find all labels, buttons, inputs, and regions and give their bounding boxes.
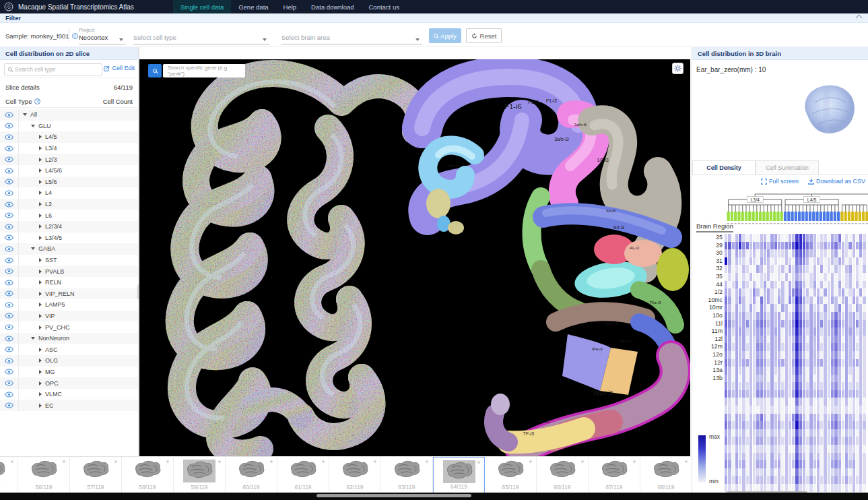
cell-density-heatmap[interactable]: 252930313235441/210mc10mr10o11l11m12l12m… <box>692 234 868 492</box>
tree-item-all[interactable]: All <box>19 109 138 121</box>
slice-thumbnail-55-119[interactable]: 55/119 <box>0 457 18 493</box>
nav-item-help[interactable]: Help <box>276 0 304 13</box>
caret-down-icon[interactable] <box>31 247 35 250</box>
visibility-toggle[interactable] <box>0 367 19 378</box>
tree-item-l4-5-6[interactable]: L4/5/6 <box>19 165 138 177</box>
project-select[interactable]: Project Neocortex <box>79 27 126 44</box>
help-icon[interactable]: ? <box>34 98 40 104</box>
tree-item-l3-4[interactable]: L3/4 <box>19 143 138 154</box>
nav-item-gene-data[interactable]: Gene data <box>231 0 275 13</box>
caret-right-icon[interactable] <box>39 236 42 240</box>
tree-item-mg[interactable]: MG <box>19 367 138 378</box>
caret-right-icon[interactable] <box>39 381 42 385</box>
brain-area-select[interactable]: Select brain area <box>281 27 422 44</box>
tree-item-pvalb[interactable]: PVALB <box>19 265 138 277</box>
caret-down-icon[interactable] <box>23 113 27 116</box>
visibility-toggle[interactable] <box>0 177 19 188</box>
tree-item-l3-4-5[interactable]: L3/4/5 <box>19 232 138 244</box>
slice-thumbnail-65-119[interactable]: 65/119 <box>485 457 537 493</box>
caret-down-icon[interactable] <box>31 337 35 340</box>
slice-thumbnail-56-119[interactable]: 56/119 <box>18 457 70 493</box>
caret-right-icon[interactable] <box>39 292 42 296</box>
visibility-toggle[interactable] <box>0 299 19 311</box>
caret-right-icon[interactable] <box>39 325 42 330</box>
tree-item-olg[interactable]: OLG <box>19 355 138 367</box>
caret-right-icon[interactable] <box>39 404 42 408</box>
caret-right-icon[interactable] <box>39 258 42 262</box>
tree-item-nonneuron[interactable]: NonNeuron <box>19 333 138 344</box>
tree-item-glu[interactable]: GLU <box>19 121 138 132</box>
download-csv-button[interactable]: Download as CSV <box>808 178 865 185</box>
collapse-chevron-icon[interactable] <box>856 15 863 22</box>
cell-edit-button[interactable]: Cell Edit <box>104 65 135 71</box>
visibility-toggle[interactable] <box>0 143 19 154</box>
nav-item-data-download[interactable]: Data download <box>304 0 361 13</box>
canvas-settings-button[interactable] <box>672 63 683 74</box>
slice-canvas[interactable]: Search specific gene (e.g. "penk") <box>139 59 690 456</box>
slice-thumbnail-58-119[interactable]: 58/119 <box>122 457 174 493</box>
reset-button[interactable]: Reset <box>466 28 502 43</box>
visibility-toggle[interactable] <box>0 321 19 333</box>
tree-item-lamp5[interactable]: LAMP5 <box>19 299 138 311</box>
tree-item-opc[interactable]: OPC <box>19 377 138 389</box>
caret-right-icon[interactable] <box>39 270 42 274</box>
tree-item-reln[interactable]: RELN <box>19 277 138 288</box>
caret-right-icon[interactable] <box>39 358 42 363</box>
visibility-toggle[interactable] <box>0 288 19 300</box>
tree-item-ec[interactable]: EC <box>19 400 138 411</box>
caret-right-icon[interactable] <box>39 392 42 396</box>
caret-right-icon[interactable] <box>39 224 42 228</box>
gene-search-button[interactable] <box>148 64 162 77</box>
caret-right-icon[interactable] <box>39 158 42 162</box>
caret-right-icon[interactable] <box>39 348 42 352</box>
tab-cell-summation[interactable]: Cell Summation <box>756 160 819 175</box>
tree-item-l2[interactable]: L2 <box>19 199 138 210</box>
visibility-toggle[interactable] <box>0 265 19 277</box>
cell-type-search-input[interactable]: Search cell type <box>4 63 102 75</box>
tab-cell-density[interactable]: Cell Density <box>692 160 756 175</box>
slice-thumbnail-59-119[interactable]: 59/119 <box>174 457 226 493</box>
visibility-toggle[interactable] <box>0 311 19 322</box>
slice-thumbnail-61-119[interactable]: 61/119 <box>277 457 329 493</box>
caret-right-icon[interactable] <box>39 314 42 318</box>
caret-right-icon[interactable] <box>39 168 42 173</box>
nav-item-single-cell-data[interactable]: Single cell data <box>173 0 231 13</box>
visibility-toggle[interactable] <box>0 199 19 210</box>
tree-item-vip[interactable]: VIP <box>19 311 138 322</box>
gene-search-input[interactable]: Search specific gene (e.g. "penk") <box>163 64 245 77</box>
caret-right-icon[interactable] <box>39 135 42 139</box>
visibility-toggle[interactable] <box>0 355 19 367</box>
caret-right-icon[interactable] <box>39 146 42 150</box>
tree-item-l2-3-4[interactable]: L2/3/4 <box>19 221 138 232</box>
brain-3d-preview[interactable] <box>795 77 860 150</box>
apply-button[interactable]: Apply <box>429 28 461 43</box>
visibility-toggle[interactable] <box>0 131 19 143</box>
caret-right-icon[interactable] <box>39 180 42 184</box>
caret-down-icon[interactable] <box>31 125 35 127</box>
slice-thumbnail-64-119[interactable]: 64/119 <box>433 457 485 493</box>
visibility-toggle[interactable] <box>0 389 19 400</box>
caret-right-icon[interactable] <box>39 191 42 195</box>
slice-thumbnail-66-119[interactable]: 66/119 <box>537 457 589 493</box>
visibility-toggle[interactable] <box>0 187 19 199</box>
fullscreen-button[interactable]: Full screen <box>761 178 799 185</box>
info-icon[interactable]: i <box>72 33 78 39</box>
slice-thumbnail-57-119[interactable]: 57/119 <box>70 457 122 493</box>
tree-item-vlmc[interactable]: VLMC <box>19 389 138 400</box>
caret-right-icon[interactable] <box>39 202 42 206</box>
tree-item-pv-chc[interactable]: PV_CHC <box>19 321 138 333</box>
visibility-toggle[interactable] <box>0 277 19 288</box>
visibility-toggle[interactable] <box>0 232 19 244</box>
tree-item-vip-reln[interactable]: VIP_RELN <box>19 288 138 300</box>
slice-thumbnail-68-119[interactable]: 68/119 <box>640 457 690 493</box>
caret-right-icon[interactable] <box>39 370 42 374</box>
visibility-toggle[interactable] <box>0 121 19 132</box>
brain-slice-visualization[interactable]: F1-i6F1-i5F1-i33a/b-i63a/b-i31/2-i324c-i… <box>139 59 690 456</box>
tree-item-l4[interactable]: L4 <box>19 187 138 199</box>
visibility-toggle[interactable] <box>0 400 19 411</box>
tree-item-l5-6[interactable]: L5/6 <box>19 177 138 188</box>
visibility-toggle[interactable] <box>0 210 19 221</box>
caret-right-icon[interactable] <box>39 214 42 218</box>
visibility-toggle[interactable] <box>0 333 19 344</box>
slice-thumbnail-63-119[interactable]: 63/119 <box>381 457 433 493</box>
